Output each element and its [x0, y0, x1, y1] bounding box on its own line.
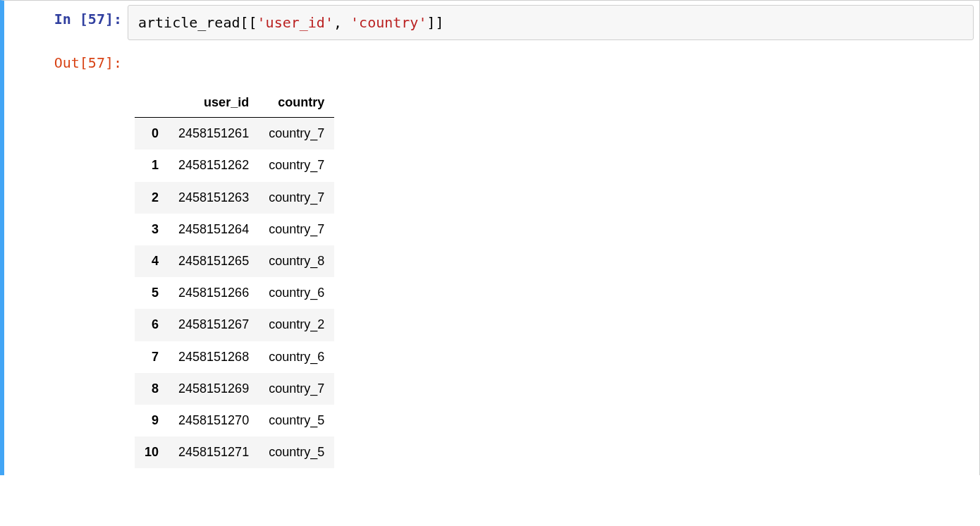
- output-area: user_id country 02458151261country_71245…: [128, 81, 979, 475]
- code-input[interactable]: article_read[['user_id', 'country']]: [128, 5, 974, 40]
- index-header: [135, 88, 169, 118]
- col-header-country: country: [259, 88, 334, 118]
- table-body: 02458151261country_712458151262country_7…: [135, 118, 334, 469]
- cell-country: country_7: [259, 373, 334, 405]
- table-row: 82458151269country_7: [135, 373, 334, 405]
- cell-user-id: 2458151262: [169, 149, 259, 181]
- row-index: 8: [135, 373, 169, 405]
- table-row: 42458151265country_8: [135, 245, 334, 277]
- dataframe-table: user_id country 02458151261country_71245…: [135, 88, 334, 468]
- table-row: 22458151263country_7: [135, 182, 334, 214]
- cell-user-id: 2458151271: [169, 436, 259, 468]
- col-header-user-id: user_id: [169, 88, 259, 118]
- cell-country: country_6: [259, 277, 334, 309]
- cell-user-id: 2458151265: [169, 245, 259, 277]
- cell-user-id: 2458151269: [169, 373, 259, 405]
- notebook-cell: In [57]: article_read[['user_id', 'count…: [0, 0, 980, 475]
- code-string-token: 'country': [350, 14, 427, 31]
- input-prompt: In [57]:: [4, 9, 122, 29]
- cell-user-id: 2458151266: [169, 277, 259, 309]
- code-token: article_read[[: [138, 14, 257, 31]
- table-row: 12458151262country_7: [135, 149, 334, 181]
- cell-country: country_8: [259, 245, 334, 277]
- cell-country: country_7: [259, 214, 334, 245]
- cell-user-id: 2458151263: [169, 182, 259, 214]
- cell-country: country_2: [259, 309, 334, 341]
- code-string-token: 'user_id': [257, 14, 333, 31]
- row-index: 3: [135, 214, 169, 245]
- table-row: 92458151270country_5: [135, 405, 334, 436]
- cell-country: country_5: [259, 405, 334, 436]
- cell-user-id: 2458151270: [169, 405, 259, 436]
- cell-country: country_7: [259, 182, 334, 214]
- table-header: user_id country: [135, 88, 334, 118]
- code-token: ,: [333, 14, 350, 31]
- header-row: user_id country: [135, 88, 334, 118]
- row-index: 0: [135, 118, 169, 150]
- row-index: 5: [135, 277, 169, 309]
- code-token: ]]: [427, 14, 443, 31]
- cell-user-id: 2458151264: [169, 214, 259, 245]
- cell-country: country_7: [259, 118, 334, 150]
- output-row: Out[57]:: [128, 44, 979, 81]
- row-index: 7: [135, 341, 169, 373]
- row-index: 9: [135, 405, 169, 436]
- cell-user-id: 2458151267: [169, 309, 259, 341]
- row-index: 1: [135, 149, 169, 181]
- cell-country: country_5: [259, 436, 334, 468]
- row-index: 4: [135, 245, 169, 277]
- table-row: 32458151264country_7: [135, 214, 334, 245]
- cell-user-id: 2458151261: [169, 118, 259, 150]
- cell-country: country_6: [259, 341, 334, 373]
- table-row: 02458151261country_7: [135, 118, 334, 150]
- output-prompt: Out[57]:: [4, 53, 122, 73]
- cell-country: country_7: [259, 149, 334, 181]
- content-column: article_read[['user_id', 'country']] Out…: [128, 1, 979, 475]
- output-prompt-wrap: Out[57]:: [4, 44, 128, 81]
- cell-user-id: 2458151268: [169, 341, 259, 373]
- table-row: 52458151266country_6: [135, 277, 334, 309]
- row-index: 6: [135, 309, 169, 341]
- table-row: 72458151268country_6: [135, 341, 334, 373]
- row-index: 10: [135, 436, 169, 468]
- row-index: 2: [135, 182, 169, 214]
- table-row: 102458151271country_5: [135, 436, 334, 468]
- table-row: 62458151267country_2: [135, 309, 334, 341]
